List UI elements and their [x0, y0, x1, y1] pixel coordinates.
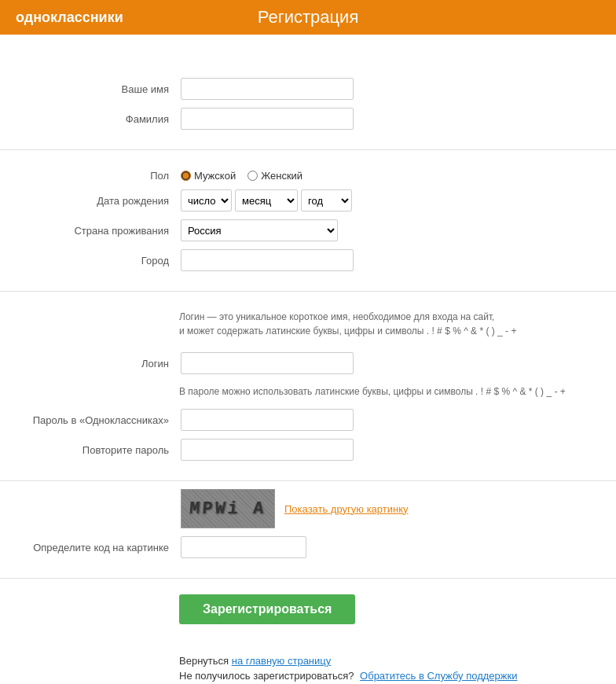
dob-label: Дата рождения [16, 195, 181, 207]
name-row: Ваше имя [0, 78, 616, 100]
day-select[interactable]: число [181, 189, 232, 211]
gender-row: Пол Мужской Женский [0, 170, 616, 182]
confirm-password-input[interactable] [181, 439, 354, 461]
year-select[interactable]: год [301, 189, 352, 211]
surname-row: Фамилия [0, 108, 616, 130]
register-button[interactable]: Зарегистрироваться [179, 594, 355, 624]
show-another-captcha-link[interactable]: Показать другую картинку [284, 503, 409, 515]
back-to-main-link[interactable]: на главную страницу [232, 655, 332, 667]
dob-row: Дата рождения число месяц год [0, 189, 616, 211]
login-input[interactable] [181, 352, 354, 374]
city-row: Город [0, 249, 616, 271]
page-content: Ваше имя Фамилия Пол Мужской Женский [0, 35, 616, 684]
support-row: Не получилось зарегистрироваться? Обрати… [179, 670, 600, 682]
gender-label: Пол [16, 170, 181, 182]
back-link-row: Вернуться на главную страницу [179, 655, 600, 667]
name-input[interactable] [181, 78, 354, 100]
captcha-text: MPWi A [189, 499, 266, 519]
country-label: Страна проживания [16, 225, 181, 237]
date-group: число месяц год [181, 189, 352, 211]
password-input[interactable] [181, 409, 354, 431]
footer-links: Вернуться на главную страницу Не получил… [0, 640, 616, 682]
personal-info-section: Ваше имя Фамилия [0, 58, 616, 150]
support-link[interactable]: Обратитесь в Службу поддержки [360, 670, 517, 682]
name-label: Ваше имя [16, 83, 181, 95]
gender-female-radio[interactable] [248, 171, 258, 181]
login-label: Логин [16, 358, 181, 370]
demographic-section: Пол Мужской Женский Дата рождения число [0, 150, 616, 292]
gender-male-label: Мужской [194, 170, 236, 182]
login-row: Логин [0, 352, 616, 374]
captcha-image-row: MPWi A Показать другую картинку [0, 489, 616, 528]
password-label: Пароль в «Одноклассниках» [16, 414, 181, 426]
captcha-image: MPWi A [181, 489, 275, 528]
gender-male-option[interactable]: Мужской [181, 170, 236, 182]
back-link-text: Вернуться [179, 655, 232, 667]
gender-female-label: Женский [261, 170, 302, 182]
gender-male-radio[interactable] [181, 171, 191, 181]
confirm-password-label: Повторите пароль [16, 444, 181, 456]
captcha-input[interactable] [181, 536, 306, 558]
page-title: Регистрация [258, 7, 359, 28]
country-select[interactable]: Россия [181, 219, 338, 241]
submit-row: Зарегистрироваться [0, 579, 616, 640]
surname-input[interactable] [181, 108, 354, 130]
city-input[interactable] [181, 249, 354, 271]
password-info: В пароле можно использовать латинские бу… [0, 382, 616, 401]
country-row: Страна проживания Россия [0, 219, 616, 241]
credentials-section: Логин — это уникальное короткое имя, нео… [0, 292, 616, 481]
captcha-code-label: Определите код на картинке [16, 542, 181, 553]
surname-label: Фамилия [16, 113, 181, 125]
city-label: Город [16, 255, 181, 267]
logo: одноклассники [16, 9, 123, 26]
gender-group: Мужской Женский [181, 170, 302, 182]
login-info: Логин — это уникальное короткое имя, нео… [0, 303, 616, 344]
password-row: Пароль в «Одноклассниках» [0, 409, 616, 431]
captcha-section: MPWi A Показать другую картинку Определи… [0, 489, 616, 579]
header: одноклассники Регистрация [0, 0, 616, 35]
confirm-password-row: Повторите пароль [0, 439, 616, 461]
gender-female-option[interactable]: Женский [248, 170, 302, 182]
month-select[interactable]: месяц [235, 189, 298, 211]
support-text: Не получилось зарегистрироваться? [179, 670, 354, 682]
captcha-code-row: Определите код на картинке [0, 536, 616, 558]
